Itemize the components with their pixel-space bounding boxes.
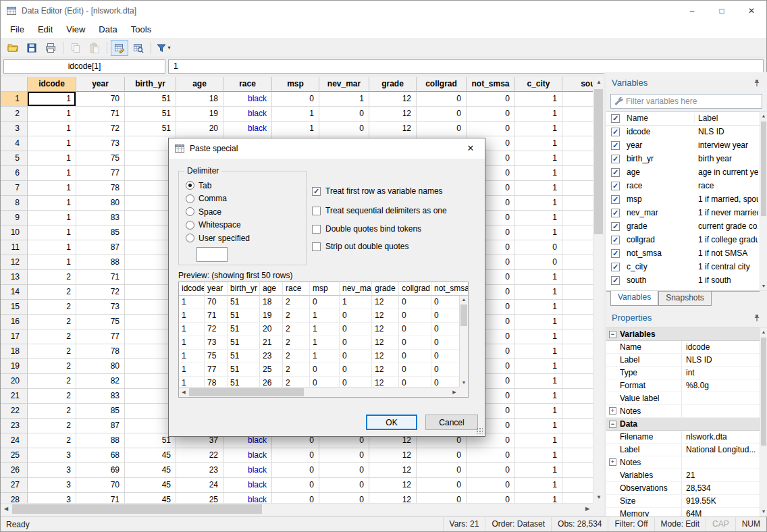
variable-checkbox[interactable]: ✓ — [611, 249, 620, 258]
row-header-16[interactable]: 16 — [1, 315, 28, 329]
close-button[interactable]: ✕ — [737, 1, 766, 21]
variable-row-birth_yr[interactable]: ✓birth_yrbirth year — [606, 153, 760, 166]
column-header-not_smsa[interactable]: not_smsa — [467, 77, 515, 92]
property-value[interactable]: 28,534 — [682, 482, 760, 494]
cell-idcode-7[interactable]: 1 — [28, 181, 76, 196]
variable-row-nev_mar[interactable]: ✓nev_mar1 if never married — [606, 207, 760, 220]
cell-idcode-10[interactable]: 1 — [28, 225, 76, 240]
cell-not_smsa-25[interactable]: 0 — [467, 448, 515, 463]
row-header-25[interactable]: 25 — [1, 448, 28, 463]
row-header-14[interactable]: 14 — [1, 285, 28, 300]
cell-year-19[interactable]: 80 — [76, 359, 125, 374]
cell-south-27[interactable] — [562, 478, 593, 493]
property-value[interactable] — [682, 405, 760, 417]
cell-year-11[interactable]: 87 — [76, 240, 125, 255]
column-header-idcode[interactable]: idcode — [28, 77, 76, 92]
scroll-up-icon[interactable]: ▲ — [760, 328, 767, 336]
variable-row-idcode[interactable]: ✓idcodeNLS ID — [606, 126, 760, 139]
cell-south-26[interactable] — [562, 463, 593, 478]
cell-c_city-2[interactable]: 1 — [515, 107, 562, 122]
maximize-button[interactable]: □ — [707, 1, 737, 21]
cell-race-2[interactable]: black — [223, 107, 272, 122]
row-header-1[interactable]: 1 — [1, 92, 28, 107]
column-header-c_city[interactable]: c_city — [515, 77, 562, 92]
scroll-left-icon[interactable]: ◀ — [1, 504, 11, 514]
cell-c_city-11[interactable]: 0 — [515, 240, 562, 255]
variable-checkbox[interactable]: ✓ — [611, 195, 620, 204]
cell-c_city-10[interactable]: 1 — [515, 225, 562, 240]
filter-input[interactable] — [626, 97, 762, 106]
cell-idcode-8[interactable]: 1 — [28, 196, 76, 211]
menu-data[interactable]: Data — [92, 21, 124, 38]
row-header-2[interactable]: 2 — [1, 107, 28, 122]
cell-south-9[interactable] — [562, 211, 593, 225]
preview-hscroll-thumb[interactable] — [189, 388, 304, 396]
row-header-18[interactable]: 18 — [1, 344, 28, 359]
row-header-21[interactable]: 21 — [1, 389, 28, 404]
cell-south-22[interactable] — [562, 404, 593, 419]
cell-c_city-21[interactable]: 1 — [515, 389, 562, 404]
cell-age-26[interactable]: 23 — [176, 463, 223, 478]
variable-checkbox[interactable]: ✓ — [611, 276, 620, 285]
cell-c_city-14[interactable]: 1 — [515, 285, 562, 300]
cell-c_city-12[interactable]: 0 — [515, 255, 562, 270]
cell-c_city-5[interactable]: 1 — [515, 151, 562, 166]
row-header-8[interactable]: 8 — [1, 196, 28, 211]
variable-row-msp[interactable]: ✓msp1 if married, spous... — [606, 193, 760, 207]
scroll-up-icon[interactable]: ▲ — [760, 112, 767, 120]
row-header-3[interactable]: 3 — [1, 122, 28, 136]
preview-horizontal-scrollbar[interactable]: ◀ ▶ — [179, 387, 459, 397]
cell-grade-25[interactable]: 12 — [369, 448, 417, 463]
cell-idcode-26[interactable]: 3 — [28, 463, 76, 478]
cell-year-8[interactable]: 80 — [76, 196, 125, 211]
scroll-right-icon[interactable]: ▶ — [450, 388, 459, 397]
cell-south-5[interactable] — [562, 151, 593, 166]
property-value[interactable]: int — [682, 367, 760, 379]
properties-scroll-thumb[interactable] — [761, 338, 766, 446]
cell-nev_mar-2[interactable]: 0 — [319, 107, 369, 122]
row-header-23[interactable]: 23 — [1, 419, 28, 433]
cell-south-17[interactable] — [562, 329, 593, 344]
cell-idcode-3[interactable]: 1 — [28, 122, 76, 136]
cell-year-1[interactable]: 70 — [76, 92, 125, 107]
variable-checkbox[interactable]: ✓ — [611, 222, 620, 231]
cell-year-6[interactable]: 77 — [76, 166, 125, 181]
cell-year-7[interactable]: 78 — [76, 181, 125, 196]
cell-race-28[interactable]: black — [223, 493, 272, 503]
cell-year-12[interactable]: 88 — [76, 255, 125, 270]
cell-idcode-15[interactable]: 2 — [28, 300, 76, 315]
cell-idcode-27[interactable]: 3 — [28, 478, 76, 493]
cell-age-28[interactable]: 25 — [176, 493, 223, 503]
variable-row-race[interactable]: ✓racerace — [606, 180, 760, 193]
tab-variables[interactable]: Variables — [610, 291, 658, 306]
column-header-south[interactable]: south — [562, 77, 593, 92]
column-header-year[interactable]: year — [76, 77, 125, 92]
resize-grip[interactable] — [476, 427, 483, 434]
cell-not_smsa-27[interactable]: 0 — [467, 478, 515, 493]
cell-grade-28[interactable]: 12 — [369, 493, 417, 503]
row-header-17[interactable]: 17 — [1, 329, 28, 344]
menu-tools[interactable]: Tools — [124, 21, 158, 38]
column-header-race[interactable]: race — [223, 77, 272, 92]
cell-race-1[interactable]: black — [223, 92, 272, 107]
variable-checkbox[interactable]: ✓ — [611, 209, 620, 217]
properties-section-data[interactable]: −Data — [606, 418, 760, 431]
cell-reference-input[interactable]: idcode[1] — [3, 59, 165, 74]
cell-year-3[interactable]: 72 — [76, 122, 125, 136]
cell-c_city-13[interactable]: 1 — [515, 270, 562, 285]
cell-south-23[interactable] — [562, 419, 593, 433]
label-column-header[interactable]: Label — [694, 113, 718, 123]
variable-row-grade[interactable]: ✓gradecurrent grade co... — [606, 220, 760, 234]
property-value[interactable]: 21 — [682, 469, 760, 481]
cell-idcode-16[interactable]: 2 — [28, 315, 76, 329]
cell-year-2[interactable]: 71 — [76, 107, 125, 122]
cell-not_smsa-1[interactable]: 0 — [467, 92, 515, 107]
cell-collgrad-3[interactable]: 0 — [417, 122, 467, 136]
cell-msp-25[interactable]: 0 — [272, 448, 319, 463]
cell-year-9[interactable]: 83 — [76, 211, 125, 225]
row-header-5[interactable]: 5 — [1, 151, 28, 166]
ok-button[interactable]: OK — [366, 415, 417, 430]
cell-idcode-20[interactable]: 2 — [28, 374, 76, 389]
cell-collgrad-1[interactable]: 0 — [417, 92, 467, 107]
cell-south-1[interactable] — [562, 92, 593, 107]
